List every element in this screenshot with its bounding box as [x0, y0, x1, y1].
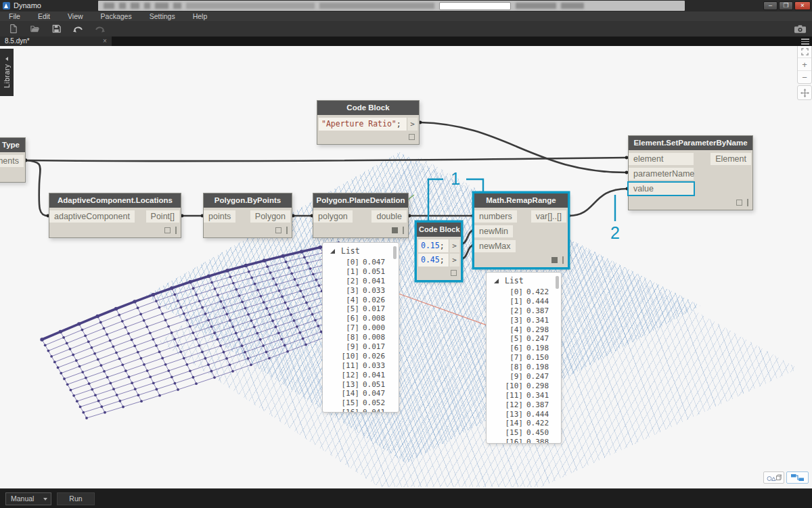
- port-out-Element[interactable]: Element: [710, 153, 751, 165]
- codeblock-expression[interactable]: 0.45;: [418, 254, 449, 267]
- port-out-codeblock-range-0[interactable]: >: [449, 239, 459, 252]
- export-workspace-camera-icon[interactable]: [794, 23, 807, 34]
- tab-list-menu-icon[interactable]: [801, 39, 809, 45]
- lacing-indicator-icon[interactable]: [403, 227, 404, 234]
- bubble-scrollbar[interactable]: [393, 246, 397, 259]
- library-label: Library: [3, 64, 11, 88]
- redo-icon[interactable]: [93, 23, 106, 34]
- preview-toggle-icon[interactable]: [392, 227, 398, 233]
- port-out-Point[interactable]: Point[]: [146, 210, 179, 223]
- port-in-parameterName[interactable]: parameterName: [629, 168, 694, 180]
- preview-bubble-list-remapped[interactable]: List[0]0.422[1]0.444[2]0.387[3]0.341[4]0…: [486, 272, 562, 444]
- node-ac-locations[interactable]: AdaptiveComponent.LocationsadaptiveCompo…: [49, 193, 181, 238]
- codeblock-expression[interactable]: "Aperture Ratio";: [319, 118, 407, 131]
- list-item: [11]0.341: [492, 391, 558, 400]
- port-in-numbers[interactable]: numbers: [474, 210, 517, 223]
- lacing-indicator-icon[interactable]: [747, 199, 748, 206]
- new-file-icon[interactable]: [7, 23, 20, 34]
- menu-item-packages[interactable]: Packages: [101, 12, 132, 20]
- zoom-out-button[interactable]: −: [798, 70, 811, 83]
- tab-strip: 8.5.dyn* ×: [0, 37, 812, 46]
- node-codeblock-range[interactable]: Code Block0.15;>0.45;>: [416, 222, 461, 281]
- port-in-polygon[interactable]: polygon: [313, 210, 353, 223]
- node-family-type[interactable]: Typements: [0, 137, 26, 183]
- list-item: [13]0.444: [492, 410, 558, 419]
- port-in-adaptiveComponent[interactable]: adaptiveComponent: [49, 210, 135, 223]
- port-in-newMin[interactable]: newMin: [474, 225, 513, 237]
- node-codeblock-aperture[interactable]: Code Block"Aperture Ratio";>: [317, 100, 420, 145]
- list-item: [11]0.033: [328, 361, 396, 371]
- blurred-search-box: [439, 2, 511, 10]
- library-panel-collapsed[interactable]: Library: [0, 49, 14, 96]
- list-item: [5]0.247: [492, 334, 558, 344]
- run-button[interactable]: Run: [57, 492, 95, 505]
- run-bar: Manual Run: [0, 488, 812, 508]
- codeblock-expression[interactable]: 0.15;: [418, 239, 449, 252]
- list-item: [1]0.444: [492, 297, 558, 306]
- list-item: [14]0.422: [492, 419, 558, 428]
- window-close-button[interactable]: ×: [794, 1, 811, 10]
- preview-toggle-icon[interactable]: [551, 257, 558, 263]
- window-maximize-button[interactable]: ❐: [779, 1, 793, 10]
- lacing-indicator-icon[interactable]: [286, 227, 288, 234]
- list-item: [6]0.008: [328, 314, 396, 323]
- port-out-double[interactable]: double: [371, 210, 407, 223]
- workspace-tab[interactable]: 8.5.dyn*: [0, 37, 112, 46]
- lacing-indicator-icon[interactable]: [175, 227, 177, 234]
- port-in-newMax[interactable]: newMax: [474, 240, 516, 252]
- list-item: [2]0.387: [492, 306, 558, 316]
- preview-toggle-icon[interactable]: [451, 270, 457, 276]
- lacing-indicator-icon[interactable]: [562, 256, 564, 264]
- annotation-label-2: 2: [609, 223, 621, 243]
- list-item: [12]0.041: [328, 371, 396, 380]
- port-out-Polygon[interactable]: Polygon: [250, 210, 290, 223]
- preview-toggle-icon[interactable]: [275, 227, 281, 233]
- port-out-codeblock-range-1[interactable]: >: [449, 254, 459, 267]
- zoom-fit-button[interactable]: [798, 45, 811, 57]
- pan-tool-button[interactable]: [797, 85, 812, 100]
- list-item: [4]0.298: [492, 325, 558, 335]
- blurred-host-titlebar: [98, 1, 685, 11]
- run-mode-dropdown[interactable]: Manual: [5, 492, 51, 505]
- menu-item-edit[interactable]: Edit: [38, 12, 50, 20]
- list-item: [8]0.198: [492, 363, 558, 372]
- port-out-codeblock-aperture-0[interactable]: >: [407, 118, 418, 131]
- node-math-remaprange[interactable]: Math.RemapRangenumbersvar[]..[]newMinnew…: [474, 193, 568, 268]
- list-item: [0]0.047: [328, 258, 396, 267]
- menu-item-file[interactable]: File: [9, 12, 20, 20]
- menu-item-settings[interactable]: Settings: [150, 12, 175, 20]
- list-item: [10]0.298: [492, 382, 558, 391]
- list-expand-icon[interactable]: [494, 279, 499, 283]
- save-file-icon[interactable]: [50, 23, 63, 34]
- port-in-points[interactable]: points: [204, 210, 235, 223]
- open-file-icon[interactable]: [28, 23, 41, 34]
- port-out-var[interactable]: var[]..[]: [531, 210, 566, 223]
- preview-toggle-icon[interactable]: [409, 134, 415, 140]
- preview-bubble-list-deviation[interactable]: List[0]0.047[1]0.051[2]0.041[3]0.033[4]0…: [322, 242, 399, 413]
- preview-toggle-icon[interactable]: [736, 200, 742, 206]
- node-set-parameter[interactable]: Element.SetParameterByNameelementElement…: [628, 135, 753, 210]
- list-item: [5]0.017: [328, 304, 396, 314]
- graph-view-toggle-icon[interactable]: [786, 471, 809, 484]
- undo-icon[interactable]: [72, 23, 85, 34]
- list-expand-icon[interactable]: [330, 249, 335, 254]
- node-math-remaprange-title: Math.RemapRange: [474, 193, 568, 208]
- node-codeblock-aperture-title: Code Block: [317, 101, 419, 115]
- node-polygon-bypoints-title: Polygon.ByPoints: [204, 193, 292, 208]
- window-minimize-button[interactable]: –: [763, 1, 777, 10]
- title-bar: Dynamo – ❐ ×: [0, 0, 812, 11]
- port-out-ments[interactable]: ments: [0, 155, 24, 167]
- bubble-scrollbar[interactable]: [556, 276, 559, 289]
- geometry-view-toggle-icon[interactable]: [763, 471, 784, 484]
- preview-toggle-icon[interactable]: [164, 227, 171, 233]
- port-in-element[interactable]: element: [629, 153, 694, 165]
- port-in-value[interactable]: value: [629, 183, 694, 195]
- tab-close-icon[interactable]: ×: [100, 37, 110, 46]
- list-item: [0]0.422: [492, 287, 558, 297]
- zoom-in-button[interactable]: +: [798, 57, 811, 70]
- menu-item-help[interactable]: Help: [193, 12, 208, 20]
- node-polygon-bypoints[interactable]: Polygon.ByPointspointsPolygon: [203, 193, 292, 238]
- menu-item-view[interactable]: View: [68, 12, 83, 20]
- node-polygon-planedeviation-title: Polygon.PlaneDeviation: [313, 193, 408, 208]
- node-polygon-planedeviation[interactable]: Polygon.PlaneDeviationpolygondouble: [313, 193, 409, 238]
